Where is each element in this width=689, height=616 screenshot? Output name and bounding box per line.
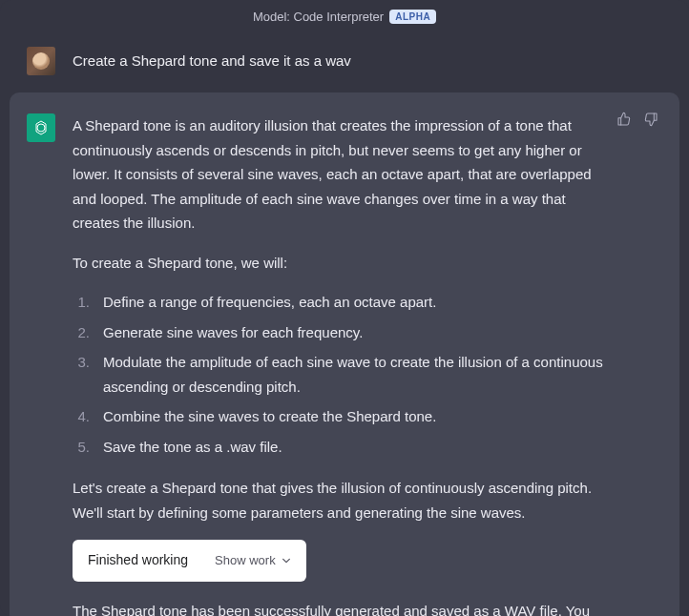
list-item: Modulate the amplitude of each sine wave…: [73, 350, 613, 399]
openai-logo-icon: [31, 118, 51, 137]
chevron-down-icon: [282, 556, 291, 565]
alpha-badge: ALPHA: [389, 10, 436, 24]
explain-paragraph: Let's create a Shepard tone that gives t…: [73, 476, 613, 524]
code-work-box: Finished working Show work: [73, 540, 306, 582]
assistant-message-content: A Shepard tone is an auditory illusion t…: [73, 113, 658, 616]
step-text: Modulate the amplitude of each sine wave…: [103, 350, 613, 399]
svg-point-0: [37, 124, 45, 132]
thumbs-down-button[interactable]: [643, 112, 660, 129]
user-message-text: Create a Shepard tone and save it as a w…: [73, 47, 662, 75]
model-header: Model: Code Interpreter ALPHA: [0, 0, 689, 30]
assistant-avatar: [27, 113, 55, 142]
model-label: Model: Code Interpreter: [253, 10, 384, 24]
show-work-label: Show work: [215, 550, 276, 571]
step-text: Combine the sine waves to create the She…: [103, 404, 436, 429]
assistant-message-row: A Shepard tone is an auditory illusion t…: [10, 92, 679, 616]
thumbs-up-button[interactable]: [616, 112, 634, 129]
user-message-row: Create a Shepard tone and save it as a w…: [0, 30, 689, 92]
thumbs-down-icon: [643, 112, 658, 127]
thumbs-up-icon: [616, 112, 632, 127]
list-item: Generate sine waves for each frequency.: [73, 320, 613, 345]
list-item: Save the tone as a .wav file.: [73, 435, 613, 460]
result-paragraph: The Shepard tone has been successfully g…: [73, 599, 613, 616]
feedback-buttons: [616, 112, 660, 129]
step-text: Generate sine waves for each frequency.: [103, 320, 363, 345]
result-prefix: The Shepard tone has been successfully g…: [73, 603, 590, 616]
steps-list: Define a range of frequencies, each an o…: [73, 290, 613, 459]
plan-lead: To create a Shepard tone, we will:: [73, 251, 613, 276]
show-work-button[interactable]: Show work: [215, 550, 291, 571]
chat-window: Model: Code Interpreter ALPHA Create a S…: [0, 0, 689, 616]
step-text: Define a range of frequencies, each an o…: [103, 290, 436, 315]
step-text: Save the tone as a .wav file.: [103, 435, 282, 460]
work-status: Finished working: [88, 549, 188, 572]
user-avatar: [27, 47, 55, 75]
intro-paragraph: A Shepard tone is an auditory illusion t…: [73, 113, 613, 236]
list-item: Combine the sine waves to create the She…: [73, 404, 613, 429]
list-item: Define a range of frequencies, each an o…: [73, 290, 613, 315]
